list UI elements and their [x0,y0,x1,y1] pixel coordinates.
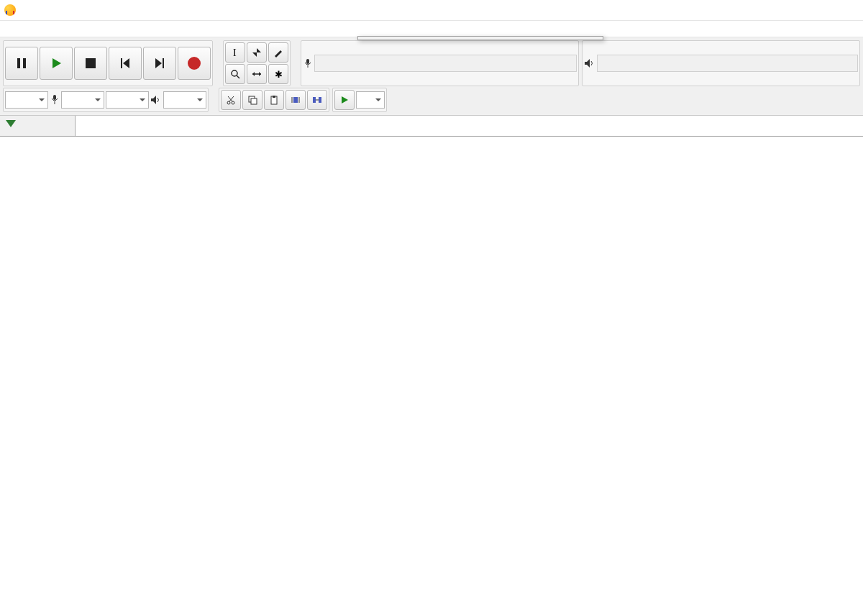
multi-tool[interactable]: ✱ [268,64,288,84]
skip-start-button[interactable] [109,47,142,80]
envelope-tool[interactable] [247,42,267,63]
mic-icon [303,58,313,68]
timeshift-tool[interactable] [247,64,267,84]
svg-marker-9 [257,48,261,52]
stop-button[interactable] [74,47,107,80]
svg-rect-7 [163,58,164,68]
pause-button[interactable] [5,47,38,80]
svg-rect-0 [17,58,20,68]
svg-rect-3 [86,58,96,68]
draw-tool[interactable] [268,42,288,63]
zoom-tool[interactable] [225,64,245,84]
tools-toolbar: I ✱ [223,40,291,86]
app-window: I ✱ [0,0,863,616]
skip-end-button[interactable] [143,47,176,80]
svg-marker-15 [259,72,261,76]
speaker-icon [584,58,595,68]
svg-marker-14 [252,72,255,76]
svg-marker-2 [52,58,61,68]
svg-rect-4 [121,58,122,68]
svg-text:✱: ✱ [275,69,283,79]
svg-rect-1 [23,58,26,68]
transport-toolbar-row: I ✱ [0,37,863,86]
app-icon [4,4,16,16]
svg-marker-10 [252,52,257,57]
tracks-area [0,97,863,616]
record-icon [188,57,201,70]
titlebar [0,0,863,21]
rec-meter-toolbar [301,40,579,86]
svg-rect-17 [306,59,309,64]
record-button[interactable] [178,47,211,80]
selection-tool[interactable]: I [225,42,245,63]
svg-text:I: I [233,47,237,58]
effects-menu-dropdown[interactable] [357,36,603,40]
svg-point-11 [232,70,237,76]
svg-line-12 [237,75,239,78]
play-meter-toolbar [582,40,860,86]
play-button[interactable] [40,47,73,80]
transport-toolbar [3,40,213,86]
recording-meter[interactable] [314,55,577,72]
menubar[interactable] [0,21,863,37]
svg-marker-19 [585,59,590,68]
svg-marker-6 [155,58,162,68]
playback-meter[interactable] [597,55,858,72]
svg-marker-5 [123,58,129,68]
